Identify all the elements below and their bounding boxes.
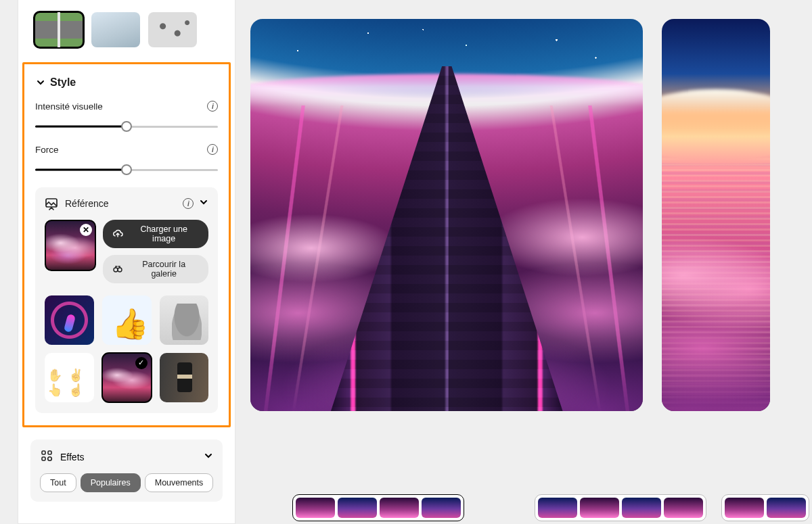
- gallery-item-classical-bust[interactable]: [160, 295, 209, 345]
- force-label: Force: [35, 145, 59, 155]
- slider-thumb[interactable]: [121, 121, 132, 132]
- svg-point-1: [114, 268, 118, 272]
- binoculars-icon: [112, 264, 123, 275]
- upload-image-label: Charger une image: [129, 224, 199, 243]
- svg-rect-4: [48, 451, 51, 454]
- svg-rect-3: [42, 451, 45, 454]
- gallery-item-pink-clouds[interactable]: ✓: [102, 353, 152, 402]
- chevron-down-icon: [35, 78, 46, 87]
- remove-reference-button[interactable]: ✕: [80, 224, 92, 236]
- effects-header[interactable]: Effets: [40, 449, 213, 465]
- variation-set-3[interactable]: [721, 494, 809, 521]
- reference-main: ✕ Charger une image: [45, 220, 208, 283]
- effects-tabs: Tout Populaires Mouvements: [40, 473, 213, 492]
- reference-gallery: ✓: [45, 295, 208, 402]
- chevron-down-icon: [199, 197, 208, 210]
- effects-icon: [40, 449, 53, 465]
- visual-intensity-track[interactable]: [35, 121, 218, 132]
- variation-set-2[interactable]: [535, 494, 706, 521]
- info-icon[interactable]: i: [207, 101, 218, 112]
- cloud-upload-icon: [112, 229, 123, 239]
- results-area: [235, 0, 809, 524]
- info-icon[interactable]: i: [183, 198, 194, 209]
- svg-point-2: [118, 268, 122, 272]
- variation-set-1[interactable]: [292, 494, 464, 521]
- svg-point-6: [48, 456, 52, 460]
- style-title: Style: [50, 76, 76, 89]
- force-slider: Force i: [35, 144, 218, 175]
- top-thumb-pattern[interactable]: [148, 12, 197, 47]
- result-image-2[interactable]: [662, 19, 770, 411]
- reference-header[interactable]: Référence i: [45, 197, 208, 210]
- force-track[interactable]: [35, 164, 218, 175]
- results-row-1: [250, 0, 809, 411]
- style-header[interactable]: Style: [35, 76, 218, 89]
- reference-selected-thumb[interactable]: ✕: [45, 220, 96, 271]
- svg-rect-5: [42, 457, 45, 460]
- chevron-down-icon: [204, 451, 213, 463]
- reference-title: Référence: [65, 198, 176, 209]
- image-icon: [45, 197, 58, 210]
- visual-intensity-slider: Intensité visuelle i: [35, 101, 218, 132]
- sidebar: Style Intensité visuelle i Force i: [18, 0, 235, 524]
- app-root: Style Intensité visuelle i Force i: [18, 0, 796, 524]
- gallery-item-man-room[interactable]: [160, 353, 209, 402]
- effects-title: Effets: [60, 452, 197, 462]
- effects-tab-popular[interactable]: Populaires: [81, 473, 141, 492]
- upload-image-button[interactable]: Charger une image: [103, 220, 208, 248]
- style-section: Style Intensité visuelle i Force i: [22, 62, 231, 427]
- top-thumb-road[interactable]: [35, 12, 83, 47]
- check-icon: ✓: [135, 357, 148, 369]
- top-thumb-strip: [18, 0, 235, 62]
- slider-thumb[interactable]: [121, 164, 132, 175]
- effects-tab-all[interactable]: Tout: [40, 473, 76, 492]
- gallery-item-hand-sketches[interactable]: [45, 353, 94, 402]
- results-thumb-row: [250, 494, 809, 524]
- effects-tab-movements[interactable]: Mouvements: [145, 473, 214, 492]
- browse-gallery-label: Parcourir la galerie: [129, 260, 199, 279]
- info-icon[interactable]: i: [207, 144, 218, 155]
- gallery-item-neon-figure[interactable]: [45, 295, 94, 345]
- reference-panel: Référence i ✕: [35, 187, 218, 413]
- visual-intensity-label: Intensité visuelle: [35, 101, 103, 112]
- result-image-1[interactable]: [250, 19, 643, 411]
- top-thumb-building[interactable]: [91, 12, 140, 47]
- browse-gallery-button[interactable]: Parcourir la galerie: [103, 255, 208, 283]
- gallery-item-thumbs-up-3d[interactable]: [102, 295, 152, 345]
- effects-panel: Effets Tout Populaires Mouvements: [30, 439, 223, 502]
